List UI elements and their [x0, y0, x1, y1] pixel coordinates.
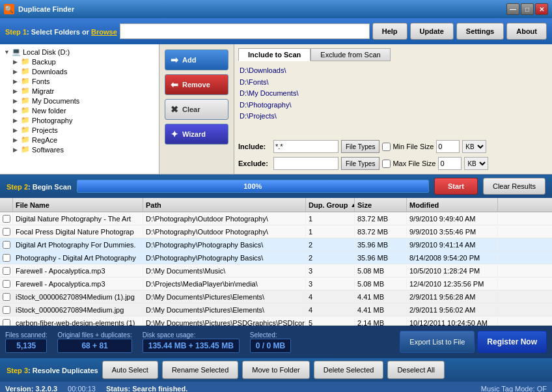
table-row[interactable]: Farewell - Apocalyptica.mp3 D:\My Docume…: [0, 264, 552, 277]
tree-arrow-projects: ▶: [13, 127, 21, 133]
row-name: Farewell - Apocalyptica.mp3: [13, 279, 143, 289]
tree-item-projects[interactable]: ▶ 📁 Projects: [3, 125, 156, 135]
start-button[interactable]: Start: [434, 178, 478, 195]
tree-item-mydocs[interactable]: ▶ 📁 My Documents: [3, 96, 156, 105]
row-dup: 2: [306, 253, 355, 263]
col-header-path[interactable]: Path: [143, 198, 306, 212]
folder-tree-inner[interactable]: ▼ 💻 Local Disk (D:) ▶ 📁 Backup ▶ 📁 Downl…: [0, 44, 159, 174]
tab-include[interactable]: Include to Scan: [238, 48, 310, 61]
step2-label: Step 2: Begin Scan: [7, 182, 72, 191]
table-row[interactable]: carbon-fiber-web-design-elements (1) D:\…: [0, 316, 552, 326]
tree-item-softwares[interactable]: ▶ 📁 Softwares: [3, 145, 156, 154]
file-types-button-exclude[interactable]: File Types: [341, 157, 380, 170]
tree-item-downloads[interactable]: ▶ 📁 Downloads: [3, 66, 156, 76]
row-check[interactable]: [0, 292, 13, 302]
maximize-button[interactable]: □: [521, 3, 534, 15]
minimize-button[interactable]: —: [506, 3, 519, 15]
row-check[interactable]: [0, 227, 13, 237]
progress-bar-outer: 100%: [77, 180, 429, 193]
table-row[interactable]: Farewell - Apocalyptica.mp3 D:\Projects\…: [0, 277, 552, 290]
close-button[interactable]: ✕: [535, 3, 548, 15]
wizard-button[interactable]: ✦ Wizard: [165, 124, 228, 145]
tree-item-migratr[interactable]: ▶ 📁 Migratr: [3, 86, 156, 96]
row-checkbox[interactable]: [3, 267, 10, 275]
remove-button[interactable]: ⬅ Remove: [165, 74, 228, 95]
row-dup: 3: [306, 279, 355, 289]
row-modified: 10/12/2011 10:24:50 AM: [407, 318, 498, 326]
row-check[interactable]: [0, 305, 13, 315]
stat-files-value: 5,135: [5, 339, 47, 353]
row-checkbox[interactable]: [3, 241, 10, 249]
table-row[interactable]: Focal Press Digital Nature Photograp D:\…: [0, 225, 552, 238]
row-checkbox[interactable]: [3, 280, 10, 288]
tree-item-newfolder[interactable]: ▶ 📁 New folder: [3, 105, 156, 115]
table-row[interactable]: Photography - Digital Art Photography D:…: [0, 251, 552, 264]
row-check[interactable]: [0, 318, 13, 326]
tree-root[interactable]: ▼ 💻 Local Disk (D:): [3, 47, 156, 57]
row-checkbox[interactable]: [3, 306, 10, 314]
tree-item-backup[interactable]: ▶ 📁 Backup: [3, 57, 156, 66]
row-modified: 2/9/2011 9:56:28 AM: [407, 292, 498, 302]
add-arrow-icon: ➡: [171, 55, 178, 65]
register-button[interactable]: Register Now: [477, 331, 547, 353]
move-to-folder-button[interactable]: Move to Folder: [242, 361, 309, 379]
rename-selected-button[interactable]: Rename Selected: [162, 361, 238, 379]
main-area: ▼ 💻 Local Disk (D:) ▶ 📁 Backup ▶ 📁 Downl…: [0, 44, 552, 175]
tree-arrow-downloads: ▶: [13, 68, 21, 75]
clear-results-button[interactable]: Clear Results: [483, 178, 545, 195]
table-row[interactable]: Digital Art Photography For Dummies. D:\…: [0, 238, 552, 251]
export-button[interactable]: Export List to File: [400, 331, 475, 353]
include-input[interactable]: [273, 140, 338, 153]
about-button[interactable]: About: [506, 23, 547, 40]
tree-folder-icon-downloads: 📁: [21, 67, 30, 76]
col-header-modified[interactable]: Modified: [407, 198, 498, 212]
row-checkbox[interactable]: [3, 228, 10, 236]
version-item: Version: 3.2.0.3: [5, 385, 57, 392]
update-button[interactable]: Update: [410, 23, 454, 40]
col-header-size[interactable]: Size: [355, 198, 407, 212]
tree-label-newfolder: New folder: [32, 107, 66, 115]
add-button[interactable]: ➡ Add: [165, 49, 228, 70]
row-check[interactable]: [0, 214, 13, 224]
tree-item-photography[interactable]: ▶ 📁 Photography: [3, 115, 156, 125]
row-check[interactable]: [0, 279, 13, 289]
auto-select-button[interactable]: Auto Select: [102, 361, 158, 379]
max-kb-select[interactable]: KB MB: [464, 157, 488, 170]
file-types-button-include[interactable]: File Types: [341, 140, 380, 153]
browse-input[interactable]: [120, 23, 370, 39]
table-row[interactable]: iStock_000006270894Medium (1).jpg D:\My …: [0, 290, 552, 303]
row-checkbox[interactable]: [3, 215, 10, 223]
col-header-dup[interactable]: Dup. Group ▲: [306, 198, 355, 212]
row-checkbox[interactable]: [3, 293, 10, 301]
tab-row: Include to Scan Exclude from Scan: [238, 48, 548, 61]
max-size-input[interactable]: [438, 157, 462, 170]
table-row[interactable]: Digital Nature Photography - The Art D:\…: [0, 212, 552, 225]
row-size: 83.72 MB: [355, 214, 407, 224]
table-body[interactable]: Digital Nature Photography - The Art D:\…: [0, 212, 552, 326]
clear-button[interactable]: ✖ Clear: [165, 99, 228, 120]
row-name: Digital Nature Photography - The Art: [13, 214, 143, 224]
min-file-size-checkbox[interactable]: [382, 143, 391, 151]
row-checkbox[interactable]: [3, 254, 10, 262]
help-button[interactable]: Help: [372, 23, 407, 40]
tree-item-regace[interactable]: ▶ 📁 RegAce: [3, 135, 156, 145]
settings-button[interactable]: Settings: [456, 23, 504, 40]
min-size-input[interactable]: [436, 140, 460, 153]
row-checkbox[interactable]: [3, 319, 10, 326]
row-check[interactable]: [0, 253, 13, 263]
exclude-input[interactable]: [273, 157, 338, 170]
tree-arrow-root: ▼: [4, 49, 12, 55]
tab-exclude[interactable]: Exclude from Scan: [310, 48, 390, 61]
tree-label-backup: Backup: [32, 58, 56, 66]
min-kb-select[interactable]: KB MB: [462, 140, 486, 153]
table-row[interactable]: iStock_000006270894Medium.jpg D:\My Docu…: [0, 303, 552, 316]
max-file-size-checkbox[interactable]: [382, 160, 391, 168]
tree-item-fonts[interactable]: ▶ 📁 Fonts: [3, 76, 156, 86]
progress-row: Step 2: Begin Scan 100% Start Clear Resu…: [0, 175, 552, 198]
row-check[interactable]: [0, 240, 13, 250]
delete-selected-button[interactable]: Delete Selected: [314, 361, 384, 379]
row-check[interactable]: [0, 266, 13, 276]
deselect-all-button[interactable]: Deselect All: [387, 361, 444, 379]
row-size: 4.41 MB: [355, 305, 407, 315]
col-header-name[interactable]: File Name: [13, 198, 143, 212]
